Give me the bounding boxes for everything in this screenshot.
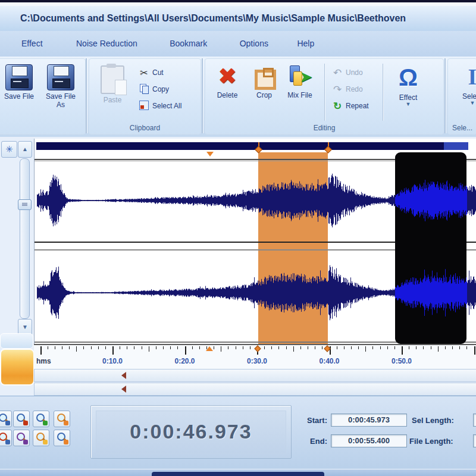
undo-icon: ↶: [331, 67, 343, 79]
sel-length-label: Sel Length:: [412, 416, 454, 425]
paste-icon: [101, 65, 124, 94]
cursor-marker-ruler-icon: [206, 346, 213, 351]
select-all-button[interactable]: Select All: [138, 98, 181, 114]
main-area: ✳ ▲ ▼: [0, 137, 476, 396]
bottom-bar: [152, 472, 324, 476]
scissors-icon: ✂: [138, 67, 150, 79]
panel-menu-button[interactable]: ✳: [1, 141, 17, 158]
start-value-field[interactable]: 0:00:45.973: [331, 414, 407, 427]
cut-button[interactable]: ✂ Cut: [138, 65, 164, 80]
tab-options[interactable]: Options: [236, 31, 272, 57]
group-separator: [324, 64, 325, 121]
arrow-down-icon: ▼: [22, 324, 28, 330]
zoom-level-button[interactable]: [33, 430, 49, 446]
file-length-label: File Length:: [409, 437, 453, 446]
crop-button[interactable]: Crop: [247, 63, 281, 120]
asterisk-icon: ✳: [5, 144, 13, 154]
ruler-time-label: 0:30.0: [247, 357, 267, 365]
ribbon-group-clipboard: Paste ✂ Cut Copy: [89, 58, 201, 134]
tab-effect[interactable]: Effect: [18, 31, 46, 57]
zoom-out-button[interactable]: [13, 411, 30, 427]
delete-icon: ✖: [210, 63, 245, 89]
file-length-field[interactable]: [473, 434, 476, 447]
ribbon-group-editing: ✖ Delete Crop ➤ Mix File ↶ Undo ↷: [205, 58, 444, 134]
window-title: C:\Documents and Settings\All Users\Docu…: [20, 6, 406, 31]
undo-button[interactable]: ↶ Undo: [331, 65, 363, 80]
repeat-button[interactable]: ↻ Repeat: [331, 98, 369, 114]
effect-button[interactable]: Ω Effect ▼: [391, 63, 425, 120]
tab-help[interactable]: Help: [293, 31, 318, 57]
tab-noise-reduction[interactable]: Noise Reduction: [73, 31, 141, 57]
arrow-up-icon: ▲: [22, 146, 28, 152]
ruler-time-label: 0:40.0: [319, 357, 339, 365]
zoom-in-button[interactable]: [0, 411, 12, 427]
ruler-time-label: 0:20.0: [174, 357, 195, 365]
editing-group-label: Editing: [205, 124, 443, 132]
zoom-full-button[interactable]: [54, 411, 70, 427]
timeline-ruler[interactable]: hms 0:10.00:20.00:30.00:40.00:50.0: [34, 344, 476, 369]
window-bottom-strip: [0, 469, 476, 476]
omega-icon: Ω: [391, 63, 425, 92]
delete-button[interactable]: ✖ Delete: [210, 63, 245, 120]
ruler-unit-label: hms: [36, 357, 51, 365]
paste-button[interactable]: Paste: [95, 63, 130, 120]
redo-button[interactable]: ↷ Redo: [331, 82, 363, 97]
horizontal-scrollbar[interactable]: [34, 369, 476, 382]
ruler-time-label: 0:50.0: [392, 357, 412, 365]
select-group-label: Sele...: [448, 124, 476, 132]
tab-bookmark[interactable]: Bookmark: [166, 31, 211, 57]
save-as-icon: [47, 64, 74, 90]
zoom-reset-button[interactable]: [54, 430, 70, 446]
current-time-display: 0:00:46.973: [130, 420, 252, 443]
end-value-field[interactable]: 0:00:55.400: [331, 434, 407, 447]
status-panel: 0:00:46.973 Start: 0:00:45.973 End: 0:00…: [0, 396, 476, 469]
scroll-left-icon[interactable]: [121, 386, 126, 393]
group-separator: [383, 64, 384, 121]
vertical-scroll-up-button[interactable]: ▲: [18, 141, 32, 158]
zoom-selection-button[interactable]: [33, 411, 49, 427]
time-display-panel: 0:00:46.973: [90, 405, 292, 459]
ribbon: Save File Save File As Paste ✂ Cut: [0, 57, 476, 138]
redo-icon: ↷: [331, 83, 343, 96]
ribbon-group-file: Save File Save File As: [0, 58, 86, 134]
select-tool-button[interactable]: I Sele... ▼: [455, 63, 476, 120]
clipboard-group-label: Clipboard: [89, 124, 201, 132]
waveform-canvas[interactable]: [35, 139, 476, 344]
vertical-zoom-track[interactable]: [20, 158, 30, 319]
select-all-icon: [138, 101, 150, 112]
copy-button[interactable]: Copy: [138, 82, 169, 97]
ribbon-divider: [202, 58, 203, 133]
side-pane-active-button[interactable]: [0, 349, 35, 386]
vertical-zoom-thumb[interactable]: [18, 199, 32, 210]
title-bar: C:\Documents and Settings\All Users\Docu…: [0, 6, 476, 32]
save-file-button[interactable]: Save File: [2, 63, 36, 120]
ruler-time-label: 0:10.0: [102, 357, 123, 365]
zoom-vertical-out-button[interactable]: [13, 430, 30, 446]
select-dropdown-caret: ▼: [455, 101, 476, 105]
save-file-as-button[interactable]: Save File As: [43, 63, 78, 120]
cursor-marker-icon[interactable]: [206, 152, 214, 156]
end-label: End:: [300, 437, 327, 446]
ribbon-group-select: I Sele... ▼ Sele...: [447, 58, 476, 134]
side-pane-button[interactable]: [0, 333, 33, 349]
mix-file-button[interactable]: ➤ Mix File: [283, 63, 317, 120]
ribbon-divider: [444, 58, 446, 133]
sel-length-field[interactable]: [473, 414, 476, 427]
audio-editor-window: C:\Documents and Settings\All Users\Docu…: [0, 0, 476, 476]
ibeam-icon: I: [455, 63, 476, 90]
ribbon-divider: [86, 58, 87, 133]
copy-icon: [138, 84, 150, 95]
effect-dropdown-caret: ▼: [391, 102, 425, 107]
crop-icon: [255, 68, 274, 86]
scroll-left-icon[interactable]: [121, 372, 126, 379]
zoom-vertical-in-button[interactable]: [0, 430, 12, 446]
ribbon-tab-strip: Effect Noise Reduction Bookmark Options …: [0, 31, 476, 57]
mix-file-icon: ➤: [289, 65, 311, 89]
repeat-icon: ↻: [331, 100, 343, 112]
waveform-panel[interactable]: [34, 139, 476, 344]
save-icon: [5, 64, 33, 90]
horizontal-zoom-bar[interactable]: [34, 383, 476, 396]
start-label: Start:: [300, 416, 327, 425]
